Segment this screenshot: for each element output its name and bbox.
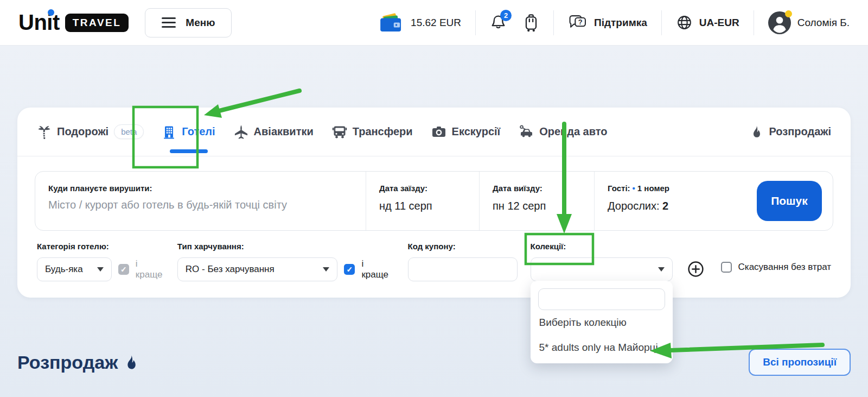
tab-label: Готелі — [182, 125, 215, 138]
filters-row: Категорія готелю: Будь-яка і краще Тип х… — [17, 231, 851, 298]
divider — [553, 10, 554, 35]
user-account-button[interactable]: Соломія Б. — [768, 11, 850, 34]
brand-logo[interactable]: Unit TRAVEL — [18, 10, 129, 35]
svg-text:?: ? — [578, 18, 583, 26]
category-and-better-label: і краще — [136, 259, 167, 280]
tab-car-rental[interactable]: Оренда авто — [519, 108, 607, 156]
wallet-icon — [379, 13, 404, 33]
page-background: Подорожі beta Готелі — [0, 46, 868, 397]
camera-icon — [431, 124, 446, 140]
collections-group: Колекції: Виберіть колекцію 5* adults on… — [531, 242, 673, 281]
hamburger-icon — [162, 17, 176, 28]
sales-section-header: Розпродаж Всі пропозиції — [17, 349, 851, 376]
avatar — [768, 11, 791, 34]
product-tabs: Подорожі beta Готелі — [17, 108, 851, 156]
airplane-icon — [234, 124, 248, 139]
collections-select[interactable] — [531, 257, 673, 281]
bus-icon — [332, 124, 347, 140]
divider — [754, 10, 754, 35]
category-and-better-checkbox[interactable] — [118, 264, 129, 275]
tab-label: Розпродажі — [769, 125, 831, 138]
chevron-down-icon — [323, 267, 329, 272]
wallet-button[interactable]: 15.62 EUR — [379, 13, 461, 33]
tab-label: Екскурсії — [452, 125, 501, 138]
free-cancellation-label: Скасування без втрат — [738, 262, 831, 273]
guests-field[interactable]: Гості:•1 номер Дорослих: 2 — [594, 172, 757, 230]
guests-adults: Дорослих: 2 — [608, 200, 744, 212]
free-cancellation-group: Скасування без втрат — [721, 262, 831, 273]
collection-option-mallorca[interactable]: 5* adults only на Майорці — [538, 335, 665, 360]
search-card: Подорожі beta Готелі — [17, 108, 851, 298]
checkout-label: Дата виїзду: — [493, 184, 581, 193]
coupon-label: Код купону: — [408, 242, 518, 251]
all-offers-button[interactable]: Всі пропозиції — [749, 349, 851, 376]
meal-and-better-checkbox[interactable] — [344, 264, 355, 275]
coupon-input[interactable] — [408, 257, 518, 281]
support-label: Підтримка — [594, 17, 647, 29]
meal-type-label: Тип харчування: — [177, 242, 393, 251]
active-tab-underline — [170, 149, 208, 153]
guests-summary: Гості:•1 номер — [608, 184, 744, 193]
collections-dropdown: Виберіть колекцію 5* adults only на Майо… — [531, 281, 673, 363]
collections-search-input[interactable] — [538, 288, 665, 310]
notifications-button[interactable]: 2 — [490, 14, 507, 32]
wallet-balance: 15.62 EUR — [411, 17, 461, 29]
status-dot — [785, 10, 792, 17]
tab-sales[interactable]: Розпродажі — [750, 108, 831, 156]
destination-input[interactable] — [48, 199, 353, 211]
chevron-down-icon — [97, 267, 104, 272]
hotel-search-panel: Куди плануєте вирушити: Дата заїзду: нд … — [35, 171, 833, 231]
support-button[interactable]: ? Підтримка — [568, 14, 647, 31]
luggage-icon — [523, 14, 539, 32]
top-navbar: Unit TRAVEL Меню 15.62 EUR — [0, 0, 868, 46]
tab-hotels[interactable]: Готелі — [162, 108, 215, 156]
locale-label: UA-EUR — [699, 17, 739, 29]
divider — [475, 10, 476, 35]
hotel-building-icon — [162, 125, 176, 139]
add-collection-button[interactable] — [687, 260, 705, 278]
palm-icon — [37, 124, 52, 139]
locale-currency-button[interactable]: UA-EUR — [676, 14, 739, 31]
coupon-group: Код купону: — [408, 242, 518, 281]
menu-button[interactable]: Меню — [145, 8, 232, 37]
flame-icon — [750, 125, 763, 138]
user-name: Соломія Б. — [797, 17, 850, 29]
beta-badge: beta — [114, 124, 144, 139]
tab-label: Авіаквитки — [254, 125, 314, 138]
checkout-value: пн 12 серп — [493, 200, 581, 212]
checkout-date-field[interactable]: Дата виїзду: пн 12 серп — [479, 172, 594, 230]
page: Unit TRAVEL Меню 15.62 EUR — [0, 0, 868, 397]
tab-transfers[interactable]: Трансфери — [332, 108, 413, 156]
tab-label: Подорожі — [57, 125, 108, 138]
support-chat-icon: ? — [568, 14, 588, 31]
tab-label: Трансфери — [353, 125, 413, 138]
sales-title: Розпродаж — [17, 352, 139, 373]
menu-label: Меню — [186, 17, 215, 29]
hotel-category-select[interactable]: Будь-яка — [37, 257, 112, 281]
destination-field[interactable]: Куди плануєте вирушити: — [35, 172, 366, 230]
globe-icon — [676, 14, 693, 31]
free-cancellation-checkbox[interactable] — [721, 262, 732, 273]
tab-excursions[interactable]: Екскурсії — [431, 108, 501, 156]
meal-and-better-label: і краще — [361, 259, 392, 280]
search-button[interactable]: Пошук — [757, 181, 822, 221]
collections-label: Колекції: — [531, 242, 673, 251]
brand-name: Unit — [18, 10, 60, 35]
destination-label: Куди плануєте вирушити: — [48, 184, 353, 193]
header-right: 15.62 EUR 2 — [379, 10, 850, 35]
divider — [661, 10, 662, 35]
checkin-value: нд 11 серп — [379, 200, 466, 212]
tab-trips[interactable]: Подорожі beta — [37, 108, 144, 156]
tab-flights[interactable]: Авіаквитки — [234, 108, 314, 156]
plus-circle-icon — [687, 260, 705, 278]
trips-luggage-button[interactable] — [523, 14, 539, 32]
meal-type-group: Тип харчування: RO - Без харчування і кр… — [177, 242, 393, 281]
dot-separator: • — [633, 184, 635, 193]
checkin-date-field[interactable]: Дата заїзду: нд 11 серп — [366, 172, 479, 230]
brand-dot — [48, 9, 54, 16]
collection-option-placeholder[interactable]: Виберіть колекцію — [538, 310, 665, 335]
chevron-down-icon — [658, 267, 665, 272]
meal-type-select[interactable]: RO - Без харчування — [177, 257, 338, 281]
hotel-category-label: Категорія готелю: — [37, 242, 167, 251]
car-key-icon — [519, 124, 534, 140]
